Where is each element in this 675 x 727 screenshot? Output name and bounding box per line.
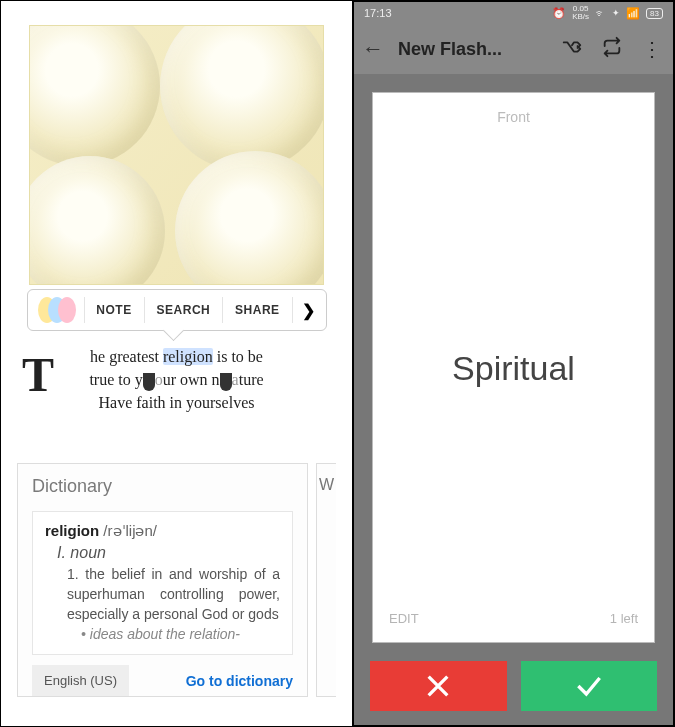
sub-definition: ideas about the relation- (81, 626, 280, 642)
shuffle-icon[interactable] (559, 36, 585, 62)
dictionary-entry: religion /rəˈlijən/ I. noun 1. the belie… (32, 511, 293, 656)
selection-handle-left[interactable] (143, 373, 155, 391)
quote-text[interactable]: T he greatest religion is to be true to … (27, 345, 326, 415)
more-arrow-icon[interactable]: ❯ (292, 301, 325, 320)
flashcard[interactable]: Front Spiritual EDIT 1 left (372, 92, 655, 643)
data-rate-unit: KB/s (572, 13, 589, 21)
card-text: Spiritual (389, 125, 638, 611)
app-bar: ← New Flash... ⋮ (354, 24, 673, 74)
back-button[interactable]: ← (362, 36, 384, 62)
alarm-icon: ⏰ (552, 7, 566, 20)
battery-icon: 83 (646, 8, 663, 19)
selection-handle-right[interactable] (220, 373, 232, 391)
highlight-colors[interactable] (28, 297, 84, 323)
accept-button[interactable] (521, 661, 658, 711)
highlighted-word[interactable]: religion (163, 348, 213, 365)
quote-l2a: true to y (89, 371, 142, 388)
dropcap: T (22, 340, 54, 410)
part-of-speech: I. noun (57, 544, 280, 562)
note-button[interactable]: NOTE (84, 303, 143, 317)
cover-image (29, 25, 324, 285)
chip-pink[interactable] (58, 297, 76, 323)
search-button[interactable]: SEARCH (145, 303, 223, 317)
wifi-icon: ᯤ (595, 7, 606, 19)
share-button[interactable]: SHARE (223, 303, 292, 317)
overflow-menu-icon[interactable]: ⋮ (639, 37, 665, 61)
check-icon (573, 670, 605, 702)
flashcard-panel: 17:13 ⏰ 0.05 KB/s ᯤ ✦ 📶 83 ← New Flash..… (353, 1, 674, 726)
dictionary-title: Dictionary (32, 476, 293, 497)
close-icon (422, 670, 454, 702)
status-time: 17:13 (364, 7, 392, 19)
reject-button[interactable] (370, 661, 507, 711)
app-title: New Flash... (398, 39, 545, 60)
remaining-count: 1 left (610, 611, 638, 626)
status-bar: 17:13 ⏰ 0.05 KB/s ᯤ ✦ 📶 83 (354, 2, 673, 24)
selection-toolbar: NOTE SEARCH SHARE ❯ (27, 289, 327, 331)
loop-icon[interactable] (599, 36, 625, 62)
quote-l2b: ur own n (163, 371, 220, 388)
language-select[interactable]: English (US) (32, 665, 129, 696)
edit-button[interactable]: EDIT (389, 611, 419, 626)
quote-line3: Have faith in yourselves (27, 391, 326, 414)
quote-pre: he greatest (90, 348, 163, 365)
entry-pronunciation: /rəˈlijən/ (99, 522, 157, 539)
volte-icon: ✦ (612, 8, 620, 18)
quote-l2c: ture (239, 371, 264, 388)
dictionary-card: Dictionary religion /rəˈlijən/ I. noun 1… (17, 463, 308, 698)
entry-word: religion (45, 522, 99, 539)
action-row (354, 661, 673, 725)
card-side-label: Front (389, 109, 638, 125)
goto-dictionary-link[interactable]: Go to dictionary (186, 673, 293, 689)
dictionary-side-card[interactable]: W (316, 463, 336, 698)
reader-panel: NOTE SEARCH SHARE ❯ T he greatest religi… (1, 1, 353, 726)
quote-post: is to be (213, 348, 263, 365)
signal-icon: 📶 (626, 7, 640, 20)
definition-text: 1. the belief in and worship of a superh… (67, 564, 280, 625)
